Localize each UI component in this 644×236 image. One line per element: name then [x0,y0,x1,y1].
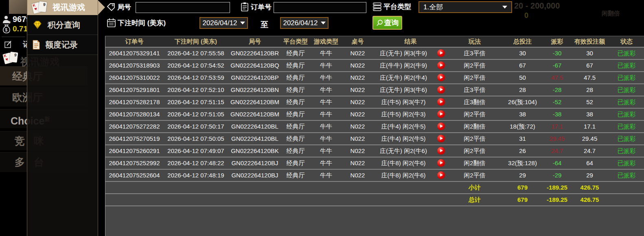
menu-item-label: 积分查询 [48,20,80,31]
cell-result: 庄(牛8) 闲2(牛6) [373,157,434,169]
cell-platform: 经典厅 [281,72,310,83]
menu-item-video-games[interactable]: K♥ 9 视讯游戏 [27,0,98,15]
cell-status: 已派彩 [609,170,644,181]
play-replay-button[interactable] [437,135,445,142]
cell-platform: 经典厅 [281,133,310,144]
cell-game-type: 牛牛 [310,48,342,59]
header-platform: 平台类型 [281,36,310,47]
date-from-value: 2026/04/12 [202,19,237,27]
cell-valid-bet: 28 [570,84,609,96]
cell-table-no: N022 [342,170,373,181]
menu-item-credit-records[interactable]: 额度记录 [27,35,98,55]
platform-type-select[interactable]: 1.全部 [418,1,512,13]
note-label-partial: 记 [23,39,27,49]
subtotal-label: 小计 [448,182,501,193]
cell-replay [434,84,448,96]
play-replay-button[interactable] [437,86,445,94]
header-total-bet: 总投注 [501,36,544,47]
cell-bet-time: 2026-04-12 07:48:22 [163,157,228,169]
cell-total-bet: 29 [501,170,544,181]
cell-play-method: 闲2平倍 [448,72,501,83]
cell-table-no: N022 [342,72,373,83]
play-replay-button[interactable] [437,147,445,155]
cell-order-id: 260412075260291 [105,145,163,157]
cell-game-type: 牛牛 [310,145,342,157]
play-replay-button[interactable] [437,49,445,57]
playing-cards-icon: K♥ 9 [32,2,48,14]
play-replay-button[interactable] [437,159,445,167]
cell-play-method: 闲2翻倍 [448,157,501,169]
cell-valid-bet: 30 [570,48,609,59]
search-button-label: 查询 [384,18,399,28]
cell-payout: -64 [544,157,570,169]
edit-icon[interactable] [4,40,12,48]
cell-round-id: GN022264120BP [228,72,281,83]
cell-valid-bet: 64 [570,157,609,169]
date-to-picker[interactable]: 2026/04/12 [280,17,329,29]
cell-payout: -28 [544,84,570,96]
play-replay-button[interactable] [437,74,445,81]
order-number-input[interactable] [274,2,366,13]
cell-bet-time: 2026-04-12 07:50:17 [163,121,228,132]
cell-total-bet: 38 [501,109,544,120]
cell-replay [434,109,448,120]
header-round-id: 局号 [228,36,281,47]
cell-result: 庄(牛牛) 闲2(牛9) [373,60,434,71]
date-from-picker[interactable]: 2026/04/12 [199,17,248,29]
cell-replay [434,96,448,108]
table-row: 2604120752722822026-04-12 07:50:17GN0222… [105,121,644,133]
cell-play-method: 庄3翻倍 [448,96,501,108]
avatar [9,0,27,14]
cell-bet-time: 2026-04-12 07:54:52 [163,60,228,71]
menu-item-label: 视讯游戏 [53,2,85,13]
balance-value: 0.71 [13,24,27,33]
cell-bet-time: 2026-04-12 07:48:19 [163,170,228,181]
subtotal-payout: -189.25 [544,182,570,193]
cell-total-bet: 26(预:104) [501,96,544,108]
table-row: 2604120753100222026-04-12 07:53:59GN0222… [105,72,644,84]
cell-table-no: N022 [342,133,373,144]
play-replay-button[interactable] [437,110,445,118]
cell-bet-time: 2026-04-12 07:50:05 [163,133,228,144]
grand-total-label: 总计 [448,194,501,205]
cell-round-id: GN022264120BM [228,109,281,120]
cell-payout: 29.45 [544,133,570,144]
play-replay-button[interactable] [437,171,445,179]
cell-table-no: N022 [342,109,373,120]
round-number-label: 局号 [117,2,131,12]
playing-cards-icon: K♥ 9 [3,52,19,64]
cell-game-type: 牛牛 [310,170,342,181]
cell-status: 已派彩 [609,60,644,71]
cell-payout: -29 [544,170,570,181]
cell-table-no: N022 [342,157,373,169]
table-row: 2604120752526042026-04-12 07:48:19GN0222… [105,170,644,182]
cell-valid-bet: 24.7 [570,145,609,157]
cell-valid-bet: 17.1 [570,121,609,132]
bet-records-table: 订单号 下注时间 (美东) 局号 平台类型 游戏类型 桌号 结果 玩法 总投注 … [105,36,644,236]
cell-status: 已派彩 [609,121,644,132]
play-replay-button[interactable] [437,61,445,69]
menu-item-points-query[interactable]: 积分查询 [27,15,98,35]
header-game-type: 游戏类型 [310,36,342,47]
cell-bet-time: 2026-04-12 07:51:05 [163,109,228,120]
cell-play-method: 闲2翻倍 [448,121,501,132]
to-label: 至 [261,20,268,30]
table-row: 2604120752602912026-04-12 07:49:07GN0222… [105,145,644,157]
cell-replay [434,145,448,157]
cell-result: 庄(牛5) 闲3(牛7) [373,96,434,108]
round-number-input[interactable] [136,2,230,13]
document-icon [32,40,40,50]
cell-platform: 经典厅 [281,157,310,169]
play-replay-button[interactable] [437,122,445,130]
cell-status: 已派彩 [609,157,644,169]
header-order-id: 订单号 [105,36,163,47]
search-button[interactable]: 查询 [372,16,402,30]
cell-order-id: 260412075252604 [105,170,163,181]
header-payout: 派彩 [544,36,570,47]
cell-platform: 经典厅 [281,145,310,157]
play-replay-button[interactable] [437,98,445,106]
cell-platform: 经典厅 [281,96,310,108]
cell-table-no: N022 [342,84,373,96]
cell-table-no: N022 [342,121,373,132]
cell-valid-bet: 29 [570,170,609,181]
